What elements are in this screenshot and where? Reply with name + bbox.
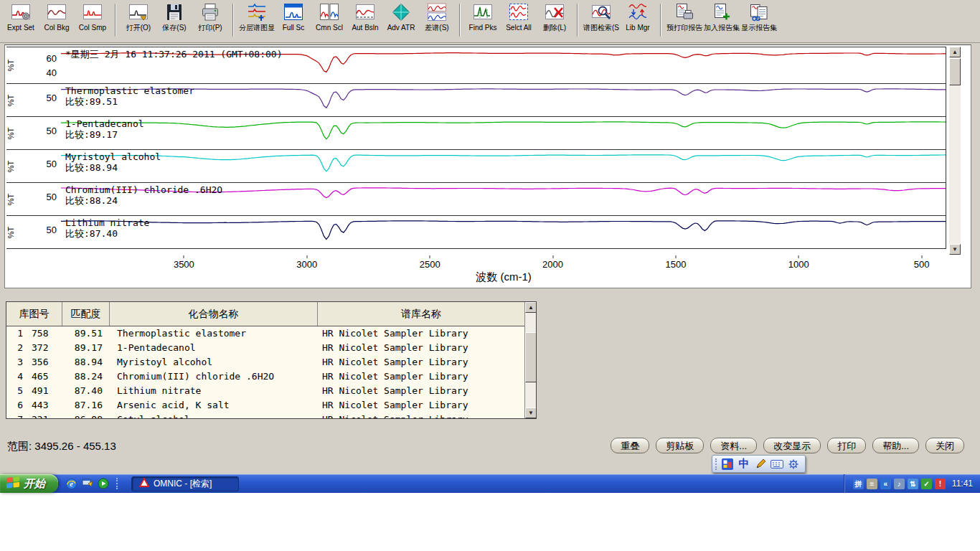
toolbar-button-auto-baseline[interactable]: Aut Bsln bbox=[347, 1, 383, 32]
row-match-value: 88.94 bbox=[62, 355, 110, 369]
toolbar-button-open[interactable]: 打开(O) bbox=[121, 1, 156, 32]
spectrum-match-value: 比较:88.24 bbox=[65, 195, 118, 206]
toolbar-button-full-scale[interactable]: Full Sc bbox=[275, 1, 311, 32]
toolbar-button-select-all[interactable]: Selct All bbox=[501, 1, 537, 32]
library-manager-icon bbox=[628, 2, 647, 22]
result-row-4[interactable]: 446588.24Chromium(III) chloride .6H2OHR … bbox=[6, 369, 524, 384]
overlay-button[interactable]: 重叠 bbox=[611, 438, 649, 453]
windows-flag-icon bbox=[6, 476, 20, 491]
toolbar-button-spectral-subtract[interactable]: 差谱(S) bbox=[419, 1, 455, 32]
toolbar-button-print[interactable]: 打印(P) bbox=[192, 1, 228, 32]
spectra-scrollbar[interactable]: ▲ ▼ bbox=[949, 47, 961, 255]
scroll-down-arrow-icon[interactable]: ▼ bbox=[949, 244, 961, 255]
table-scrollbar[interactable]: ▲ ▼ bbox=[524, 302, 536, 418]
row-library-name: HR Nicolet Sampler Library bbox=[318, 413, 524, 418]
toolbar-button-show-report-group[interactable]: 显示报告集 bbox=[740, 1, 778, 32]
spectrum-match-value: 比较:89.51 bbox=[65, 96, 118, 107]
options-gear-icon[interactable] bbox=[787, 457, 800, 471]
toolbar-button-collect-sample[interactable]: Col Smp bbox=[75, 1, 110, 32]
system-tray: 拼≡«♪⇅✓! 11:41 bbox=[844, 474, 980, 493]
y-tick-label: 50 bbox=[47, 92, 57, 103]
toolbar-button-common-scale[interactable]: Cmn Scl bbox=[311, 1, 347, 32]
y-axis-unit: %T bbox=[6, 160, 15, 172]
scrollbar-thumb[interactable] bbox=[525, 332, 537, 382]
y-axis-unit: %T bbox=[6, 193, 15, 205]
toolbar-button-find-peaks[interactable]: Find Pks bbox=[465, 1, 501, 32]
row-library-index: 221 bbox=[25, 413, 62, 418]
start-button-label: 开始 bbox=[24, 477, 45, 491]
ime-logo-icon[interactable] bbox=[721, 457, 734, 471]
scroll-up-arrow-icon[interactable]: ▲ bbox=[949, 47, 961, 57]
toolbar-button-label: 显示报告集 bbox=[741, 24, 777, 32]
handwriting-pen-icon[interactable] bbox=[754, 457, 767, 471]
scroll-down-arrow-icon[interactable]: ▼ bbox=[525, 408, 537, 418]
row-match-value: 87.16 bbox=[62, 398, 110, 413]
toolbar-button-experiment-setup[interactable]: Expt Set bbox=[3, 1, 39, 32]
y-tick-label: 50 bbox=[47, 125, 57, 136]
toolbar-button-advanced-atr[interactable]: Adv ATR bbox=[383, 1, 419, 32]
language-bar-grip[interactable] bbox=[715, 458, 717, 470]
result-row-1[interactable]: 175889.51Thermoplastic elastomerHR Nicol… bbox=[6, 326, 524, 341]
toolbar-button-save[interactable]: 保存(S) bbox=[156, 1, 192, 32]
toolbar-button-library-manager[interactable]: Lib Mgr bbox=[620, 1, 656, 32]
row-rank: 2 bbox=[6, 341, 25, 355]
internet-explorer-icon[interactable]: e bbox=[65, 478, 77, 490]
toolbar-button-stacked-display[interactable]: 分层谱图显 bbox=[238, 1, 275, 32]
spectrum-title: *星期三 2月 16 11:37:26 2011 (GMT+08:00) bbox=[65, 49, 282, 60]
help-button[interactable]: 帮助... bbox=[872, 438, 919, 453]
toolbar-button-label: 加入报告集 bbox=[704, 24, 740, 32]
spectrum-band-3: %T501-Pentadecanol比较:89.17 bbox=[6, 117, 946, 150]
y-tick-label: 40 bbox=[47, 67, 57, 78]
result-row-6[interactable]: 644387.16Arsenic acid, K saltHR Nicolet … bbox=[6, 398, 524, 413]
row-match-value: 86.98 bbox=[62, 413, 110, 418]
row-match-value: 89.51 bbox=[62, 326, 110, 341]
toolbar-button-add-to-report[interactable]: 加入报告集 bbox=[703, 1, 740, 32]
language-bar: 中 bbox=[712, 455, 806, 473]
volume-icon[interactable]: ♪ bbox=[894, 479, 905, 489]
clipboard-viewer-icon[interactable]: ≡ bbox=[867, 479, 877, 489]
spectrum-plot: *星期三 2月 16 11:37:26 2011 (GMT+08:00) bbox=[61, 47, 946, 83]
security-center-icon[interactable]: ✓ bbox=[921, 479, 932, 489]
result-row-3[interactable]: 335688.94Myristoyl alcoholHR Nicolet Sam… bbox=[6, 355, 524, 369]
toolbar-separator bbox=[459, 4, 461, 37]
y-axis-gutter: %T50 bbox=[6, 150, 61, 182]
spectrum-curve bbox=[61, 216, 946, 248]
toolbar-button-delete[interactable]: 删除(L) bbox=[537, 1, 573, 32]
result-row-7[interactable]: 722186.98Cetyl alcoholHR Nicolet Sampler… bbox=[6, 413, 524, 418]
results-grid: 库图号 匹配度 化合物名称 谱库名称 175889.51Thermoplasti… bbox=[6, 302, 524, 418]
hide-icons-icon[interactable]: « bbox=[880, 479, 891, 489]
close-button[interactable]: 关闭 bbox=[925, 438, 964, 453]
row-rank: 6 bbox=[6, 398, 25, 413]
result-row-5[interactable]: 549187.40Lithium nitrateHR Nicolet Sampl… bbox=[6, 384, 524, 398]
scrollbar-thumb[interactable] bbox=[949, 58, 961, 85]
toolbar-button-preview-print-report[interactable]: 预打印报告 bbox=[666, 1, 703, 32]
network-icon[interactable]: ⇅ bbox=[908, 479, 918, 489]
chinese-mode-indicator[interactable]: 中 bbox=[738, 457, 750, 471]
row-library-index: 372 bbox=[25, 341, 62, 355]
change-display-button[interactable]: 改变显示 bbox=[763, 438, 821, 453]
clipboard-button[interactable]: 剪贴板 bbox=[656, 438, 704, 453]
toolbar-button-label: Full Sc bbox=[283, 24, 305, 32]
spectrum-band-5: %T50Chromium(III) chloride .6H2O比较:88.24 bbox=[6, 183, 946, 216]
row-compound-name: 1-Pentadecanol bbox=[110, 341, 318, 355]
toolbar-button-collect-background[interactable]: Col Bkg bbox=[39, 1, 75, 32]
ime-indicator-icon[interactable]: 拼 bbox=[853, 479, 864, 489]
toolbar-button-label: Aut Bsln bbox=[352, 24, 378, 32]
delete-icon bbox=[545, 2, 564, 22]
toolbar-button-library-search[interactable]: 谱图检索(S bbox=[583, 1, 620, 32]
antivirus-icon[interactable]: ! bbox=[935, 479, 946, 489]
show-desktop-icon[interactable] bbox=[82, 478, 93, 489]
scroll-up-arrow-icon[interactable]: ▲ bbox=[525, 302, 537, 313]
spectrum-title: Chromium(III) chloride .6H2O bbox=[65, 184, 222, 195]
taskbar-task-omnic[interactable]: OMNIC - [检索] bbox=[131, 476, 239, 491]
soft-keyboard-icon[interactable] bbox=[771, 457, 783, 471]
table-body: 175889.51Thermoplastic elastomerHR Nicol… bbox=[6, 326, 524, 418]
info-button[interactable]: 资料... bbox=[710, 438, 757, 453]
media-player-icon[interactable] bbox=[98, 478, 109, 489]
spectrum-plot: 1-Pentadecanol比较:89.17 bbox=[61, 117, 946, 149]
start-button[interactable]: 开始 bbox=[0, 474, 58, 493]
result-row-2[interactable]: 237289.171-PentadecanolHR Nicolet Sample… bbox=[6, 341, 524, 355]
y-axis-unit: %T bbox=[6, 94, 15, 106]
toolbar-separator bbox=[660, 4, 661, 37]
print-button[interactable]: 打印 bbox=[827, 438, 866, 453]
